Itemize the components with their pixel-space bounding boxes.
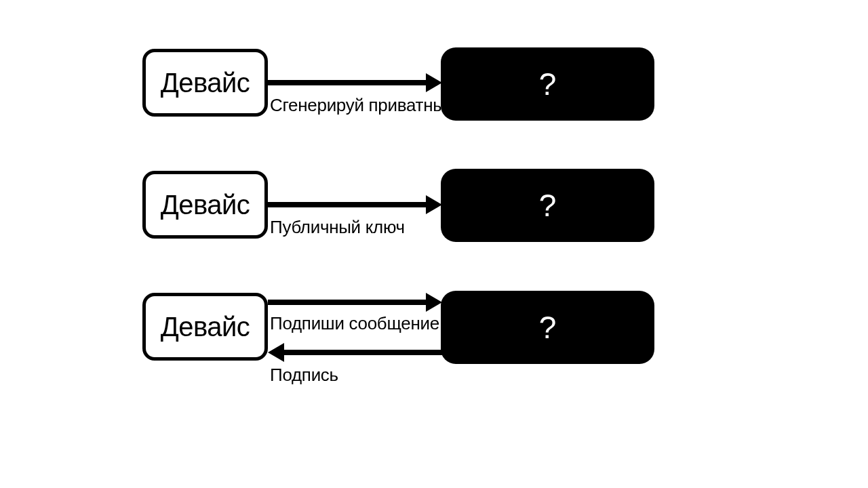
arrow-2-caption: Публичный ключ xyxy=(270,217,405,238)
device-box-2: Девайс xyxy=(142,171,268,239)
device-label: Девайс xyxy=(161,190,250,220)
device-label: Девайс xyxy=(161,68,250,98)
arrow-2-shaft xyxy=(268,202,427,207)
arrow-3a-caption: Подпиши сообщение xyxy=(270,313,439,334)
arrow-3b-caption: Подпись xyxy=(270,365,338,386)
arrow-3a-shaft xyxy=(268,300,427,305)
arrow-2-head-icon xyxy=(426,195,442,214)
mystery-label: ? xyxy=(539,187,557,224)
arrow-1-head-icon xyxy=(426,73,442,92)
device-box-3: Девайс xyxy=(142,293,268,361)
arrow-3b-shaft xyxy=(283,350,442,355)
device-box-1: Девайс xyxy=(142,49,268,117)
mystery-box-2: ? xyxy=(441,169,654,242)
arrow-1-caption: Сгенерируй приватный ключ xyxy=(270,95,499,116)
diagram-stage: Девайс ? Сгенерируй приватный ключ Девай… xyxy=(0,0,868,488)
arrow-3a-head-icon xyxy=(426,293,442,312)
arrow-1-shaft xyxy=(268,80,427,85)
device-label: Девайс xyxy=(161,312,250,342)
mystery-label: ? xyxy=(539,309,557,346)
arrow-3b-head-icon xyxy=(268,343,284,362)
mystery-box-3: ? xyxy=(441,291,654,364)
mystery-label: ? xyxy=(539,66,557,102)
